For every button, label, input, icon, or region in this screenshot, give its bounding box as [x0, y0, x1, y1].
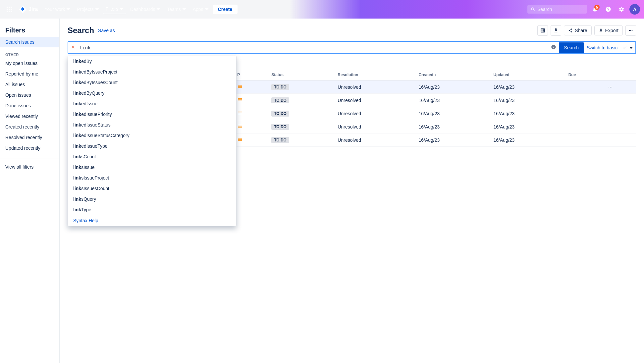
sidebar-item-search-issues[interactable]: Search issues	[0, 37, 59, 47]
apps-label: Apps	[193, 7, 203, 12]
switch-to-basic-button[interactable]: Switch to basic	[584, 42, 620, 53]
cell-row-actions[interactable]	[604, 120, 636, 133]
status-badge: TO DO	[271, 111, 289, 117]
col-actions	[604, 70, 636, 80]
sidebar-item-reported-by-me[interactable]: Reported by me	[0, 69, 59, 79]
order-icon	[623, 44, 628, 50]
svg-rect-2	[11, 7, 12, 8]
sidebar-item-open-issues[interactable]: Open issues	[0, 90, 59, 100]
col-created[interactable]: Created ↓	[414, 70, 489, 80]
export-button[interactable]: Export	[594, 26, 623, 35]
cell-due	[564, 107, 604, 120]
autocomplete-item-linkedby[interactable]: linkedBy	[68, 56, 236, 67]
more-actions-button[interactable]	[625, 25, 636, 36]
sidebar-item-viewed-recently[interactable]: Viewed recently	[0, 111, 59, 122]
table-icon	[540, 28, 545, 33]
nav-your-work[interactable]: Your work	[42, 5, 73, 14]
col-priority[interactable]: P	[233, 70, 267, 80]
sidebar-item-created-recently[interactable]: Created recently	[0, 122, 59, 132]
cell-due	[564, 80, 604, 94]
autocomplete-item-linktype[interactable]: linkType	[68, 204, 236, 215]
cell-priority	[233, 94, 267, 107]
sidebar-section-label: OTHER	[0, 50, 59, 58]
col-status[interactable]: Status	[267, 70, 334, 80]
sidebar-item-all-issues[interactable]: All issues	[0, 79, 59, 90]
autocomplete-item-linksquery[interactable]: linksQuery	[68, 194, 236, 204]
help-button[interactable]	[603, 4, 614, 15]
svg-rect-4	[9, 9, 10, 10]
priority-icon	[237, 84, 242, 89]
nav-apps[interactable]: Apps	[190, 5, 211, 14]
nav-dashboards[interactable]: Dashboards	[128, 5, 163, 14]
status-badge: TO DO	[271, 137, 289, 143]
export-icon-button[interactable]	[551, 25, 561, 36]
cell-resolution: Unresolved	[334, 80, 414, 94]
autocomplete-item-linksissueproject[interactable]: linksIssueProject	[68, 173, 236, 183]
table-view-button[interactable]	[537, 25, 548, 36]
share-button[interactable]: Share	[564, 26, 591, 35]
cell-row-actions[interactable]	[604, 107, 636, 120]
global-search-bar[interactable]: Search	[527, 5, 587, 14]
row-actions-menu[interactable]: ···	[608, 84, 613, 90]
nav-teams[interactable]: Teams	[164, 5, 188, 14]
settings-icon	[618, 6, 624, 12]
autocomplete-suffix: edBy	[81, 59, 92, 64]
sidebar-item-done-issues[interactable]: Done issues	[0, 100, 59, 111]
cell-row-actions[interactable]: ···	[604, 80, 636, 94]
save-as-button[interactable]: Save as	[98, 28, 115, 33]
cell-due	[564, 120, 604, 133]
jira-logo[interactable]: Jira	[16, 4, 40, 15]
autocomplete-item-linkedissuestatus[interactable]: linkedIssueStatus	[68, 120, 236, 130]
grid-icon[interactable]	[4, 4, 15, 15]
export-label: Export	[605, 28, 618, 33]
syntax-help-link[interactable]: Syntax Help	[68, 215, 236, 226]
autocomplete-item-linksissue[interactable]: linksIssue	[68, 162, 236, 173]
notifications-button[interactable]: 5	[590, 4, 600, 15]
filters-label: Filters	[106, 6, 118, 12]
autocomplete-item-linkedissuepriority[interactable]: linkedIssuePriority	[68, 109, 236, 120]
nav-projects[interactable]: Projects	[74, 5, 102, 14]
cell-priority	[233, 107, 267, 120]
col-resolution[interactable]: Resolution	[334, 70, 414, 80]
jql-input[interactable]	[78, 42, 548, 53]
avatar[interactable]: A	[629, 4, 640, 15]
autocomplete-item-linkedbyquery[interactable]: linkedByQuery	[68, 88, 236, 98]
cell-row-actions[interactable]	[604, 133, 636, 147]
svg-rect-0	[7, 7, 8, 8]
status-badge: TO DO	[271, 97, 289, 103]
autocomplete-item-linkedissue[interactable]: linkedIssue	[68, 98, 236, 109]
cell-updated: 16/Aug/23	[490, 107, 564, 120]
autocomplete-item-linkedbyissuescount[interactable]: linkedByIssuesCount	[68, 77, 236, 88]
order-button[interactable]	[620, 42, 635, 53]
main-content: Search Save as Sha	[60, 19, 644, 363]
cell-updated: 16/Aug/23	[490, 94, 564, 107]
autocomplete-item-linksissuescount[interactable]: linksIssuesCount	[68, 183, 236, 194]
help-icon-button[interactable]	[548, 44, 559, 51]
navbar-right: Search 5 A	[527, 4, 640, 15]
projects-label: Projects	[77, 7, 94, 12]
clear-icon	[71, 45, 76, 49]
sidebar-item-resolved-recently[interactable]: Resolved recently	[0, 132, 59, 143]
priority-icon	[237, 110, 242, 116]
cell-row-actions[interactable]	[604, 94, 636, 107]
autocomplete-item-linkedissuetype[interactable]: linkedIssueType	[68, 141, 236, 151]
cell-updated: 16/Aug/23	[490, 120, 564, 133]
nav-filters[interactable]: Filters	[103, 4, 126, 14]
clear-button[interactable]	[68, 45, 78, 51]
status-badge: TO DO	[271, 124, 289, 130]
autocomplete-item-linkscount[interactable]: linksCount	[68, 151, 236, 162]
create-button[interactable]: Create	[213, 5, 238, 14]
search-placeholder: Search	[537, 7, 552, 12]
sidebar-item-my-open-issues[interactable]: My open issues	[0, 58, 59, 69]
cell-resolution: Unresolved	[334, 107, 414, 120]
autocomplete-item-linkedissuestatuscategory[interactable]: linkedIssueStatusCategory	[68, 130, 236, 141]
search-button[interactable]: Search	[559, 42, 584, 53]
sidebar-item-updated-recently[interactable]: Updated recently	[0, 143, 59, 153]
settings-button[interactable]	[616, 4, 627, 15]
col-updated[interactable]: Updated	[490, 70, 564, 80]
sidebar-item-view-all-filters[interactable]: View all filters	[0, 162, 59, 172]
cell-priority	[233, 120, 267, 133]
col-due[interactable]: Due	[564, 70, 604, 80]
info-icon	[551, 44, 556, 50]
autocomplete-item-linkedbyissueproject[interactable]: linkedByIssueProject	[68, 67, 236, 77]
